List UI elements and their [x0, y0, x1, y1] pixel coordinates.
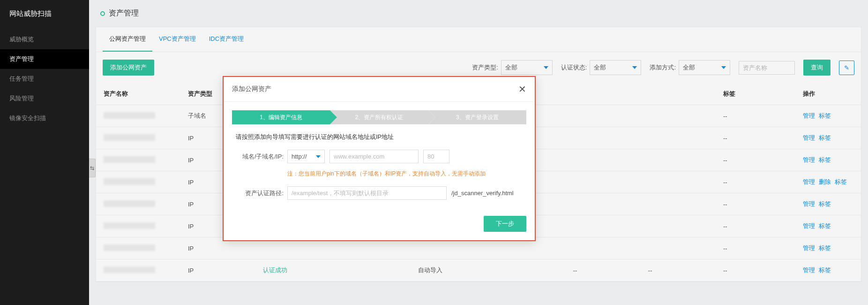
cert-path-label: 资产认证路径:: [236, 189, 287, 198]
step-1[interactable]: 1、编辑资产信息: [232, 110, 330, 124]
port-input[interactable]: [423, 150, 449, 163]
modal-title: 添加公网资产: [232, 85, 271, 93]
step-2[interactable]: 2、资产所有权认证: [330, 110, 428, 124]
modal-hint: 请按照添加向导填写需要进行认证的网站域名地址或IP地址: [236, 133, 523, 141]
domain-input[interactable]: [329, 150, 419, 163]
steps: 1、编辑资产信息 2、资产所有权认证 3、资产登录设置: [224, 102, 535, 124]
protocol-value: http://: [292, 153, 307, 160]
domain-field-label: 域名/子域名/IP:: [236, 152, 287, 161]
close-icon[interactable]: ✕: [518, 84, 526, 95]
cert-path-suffix: /jd_scanner_verify.html: [451, 190, 514, 197]
step-3[interactable]: 3、资产登录设置: [428, 110, 526, 124]
next-step-button[interactable]: 下一步: [484, 216, 526, 232]
warn-note: 注：您当前用户pin下的域名（子域名）和IP资产，支持自动导入，无需手动添加: [287, 170, 523, 178]
cert-path-input[interactable]: [287, 186, 447, 200]
chevron-down-icon: [316, 155, 321, 158]
add-asset-modal: 添加公网资产 ✕ 1、编辑资产信息 2、资产所有权认证 3、资产登录设置 请按照…: [223, 76, 536, 241]
protocol-select[interactable]: http://: [287, 150, 325, 163]
